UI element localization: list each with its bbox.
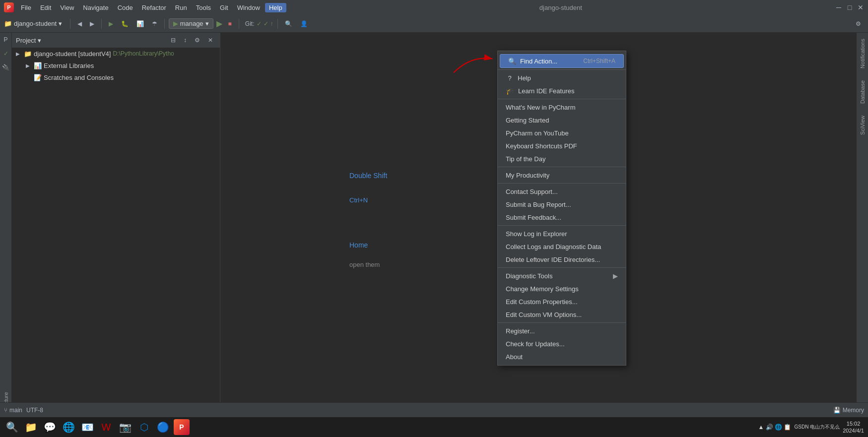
title-bar: P File Edit View Navigate Code Refactor … [0, 0, 868, 15]
menu-keyboard-shortcuts[interactable]: Keyboard Shortcuts PDF [498, 139, 626, 152]
tree-item-scratches[interactable]: ▶ 📝 Scratches and Consoles [12, 71, 220, 83]
toolbar-forward-btn[interactable]: ▶ [87, 19, 97, 28]
sciview-label[interactable]: SciView [859, 112, 867, 139]
contact-support-label: Contact Support... [506, 188, 558, 195]
status-git[interactable]: ⑂ main [4, 407, 22, 414]
menu-code[interactable]: Code [114, 3, 137, 12]
project-panel-label: Project [16, 37, 36, 44]
keyboard-shortcuts-label: Keyboard Shortcuts PDF [506, 142, 577, 150]
menu-tip-of-day[interactable]: Tip of the Day [498, 152, 626, 165]
project-tool-button[interactable]: P [1, 35, 11, 45]
menu-find-action[interactable]: 🔍 Find Action... Ctrl+Shift+A [500, 54, 624, 68]
window-controls: ─ □ ✕ [835, 4, 864, 11]
menu-learn-ide[interactable]: Learn IDE Features [498, 84, 626, 97]
toolbar-debug-btn[interactable]: 🐛 [118, 19, 132, 28]
notifications-label[interactable]: Notifications [859, 35, 867, 72]
menu-pycharm-youtube[interactable]: PyCharm on YouTube [498, 126, 626, 139]
folder-icon: 📁 [24, 50, 32, 58]
status-right: 💾 Memory [833, 407, 864, 414]
getting-started-label: Getting Started [506, 117, 549, 124]
menu-change-memory[interactable]: Change Memory Settings [498, 282, 626, 295]
taskbar-app2[interactable]: 🔵 [155, 419, 171, 435]
menu-git[interactable]: Git [216, 3, 232, 12]
user-icon[interactable]: 👤 [297, 19, 311, 28]
status-memory[interactable]: 💾 Memory [833, 407, 864, 414]
search-everywhere-btn[interactable]: 🔍 [282, 19, 295, 28]
diagnostic-tools-arrow: ▶ [613, 272, 618, 280]
status-encoding[interactable]: UTF-8 [26, 407, 43, 414]
menu-collect-logs[interactable]: Collect Logs and Diagnostic Data [498, 240, 626, 253]
toolbar-build-btn[interactable]: ▶ [106, 19, 116, 28]
menu-help[interactable]: Help [265, 3, 286, 12]
panel-collapse-btn[interactable]: ⊟ [168, 36, 179, 45]
settings-btn[interactable]: ⚙ [853, 19, 864, 28]
collect-logs-label: Collect Logs and Diagnostic Data [506, 243, 601, 250]
git-check-icon[interactable]: ✓ [257, 20, 262, 27]
menu-tools[interactable]: Tools [192, 3, 215, 12]
menu-whats-new[interactable]: What's New in PyCharm [498, 101, 626, 114]
stop-button[interactable]: ■ [225, 19, 235, 28]
main-layout: P ✓ 🔌 Structure rks Project ▾ ⊟ ↕ ⚙ ✕ ▶ … [0, 33, 868, 422]
menu-refactor[interactable]: Refactor [138, 3, 170, 12]
menu-run[interactable]: Run [171, 3, 191, 12]
ext-libs-icon: 📊 [34, 62, 42, 69]
menu-getting-started[interactable]: Getting Started [498, 114, 626, 126]
taskbar-pycharm[interactable]: P [174, 419, 190, 435]
panel-close-btn[interactable]: ✕ [205, 36, 216, 45]
menu-contact-support[interactable]: Contact Support... [498, 185, 626, 198]
taskbar-outlook[interactable]: 📧 [79, 419, 95, 435]
show-log-label: Show Log in Explorer [506, 230, 567, 238]
root-path: D:\PythonLibrary\Pytho [113, 50, 174, 57]
menu-diagnostic-tools[interactable]: Diagnostic Tools ▶ [498, 269, 626, 282]
commit-tool-button[interactable]: ✓ [1, 49, 11, 59]
run-configuration-dropdown[interactable]: ▶ manage ▾ [169, 18, 213, 29]
run-button[interactable]: ▶ [215, 19, 223, 28]
menu-window[interactable]: Window [233, 3, 264, 12]
ext-libs-label: External Libraries [44, 62, 94, 69]
tree-item-external-libs[interactable]: ▶ 📊 External Libraries [12, 60, 220, 71]
close-button[interactable]: ✕ [857, 4, 864, 11]
taskbar-wps[interactable]: W [98, 419, 114, 435]
menu-register[interactable]: Register... [498, 324, 626, 337]
taskbar-chrome[interactable]: 🌐 [61, 419, 76, 435]
taskbar-wechat[interactable]: 💬 [42, 419, 58, 435]
toolbar-profile-btn[interactable]: 📊 [134, 19, 147, 28]
panel-sort-btn[interactable]: ↕ [181, 36, 190, 45]
minimize-button[interactable]: ─ [835, 4, 842, 11]
database-label[interactable]: Database [859, 76, 867, 108]
menu-delete-leftover[interactable]: Delete Leftover IDE Directories... [498, 253, 626, 266]
maximize-button[interactable]: □ [846, 4, 853, 11]
git-arrow-icon[interactable]: ↑ [270, 20, 273, 27]
tip-of-day-label: Tip of the Day [506, 155, 545, 163]
menu-edit[interactable]: Edit [36, 3, 55, 12]
toolbar-separator-5 [277, 19, 278, 29]
menu-my-productivity[interactable]: My Productivity [498, 169, 626, 182]
menu-submit-bug[interactable]: Submit a Bug Report... [498, 198, 626, 211]
menu-submit-feedback[interactable]: Submit Feedback... [498, 211, 626, 224]
taskbar-app1[interactable]: 📷 [117, 419, 133, 435]
project-panel: Project ▾ ⊟ ↕ ⚙ ✕ ▶ 📁 django-student [st… [12, 33, 220, 422]
submit-feedback-label: Submit Feedback... [506, 214, 561, 221]
taskbar-vscode[interactable]: ⬡ [136, 419, 152, 435]
menu-help-item[interactable]: ? Help [498, 71, 626, 84]
menu-view[interactable]: View [56, 3, 78, 12]
plugins-tool-button[interactable]: 🔌 [1, 62, 11, 72]
menu-check-updates[interactable]: Check for Updates... [498, 337, 626, 350]
panel-gear-btn[interactable]: ⚙ [192, 36, 203, 45]
tree-item-root[interactable]: ▶ 📁 django-student [studentV4] D:\Python… [12, 48, 220, 60]
system-label: GSDN 电山力不见么 [795, 424, 840, 431]
menu-show-log[interactable]: Show Log in Explorer [498, 227, 626, 240]
project-panel-title[interactable]: Project ▾ [16, 37, 41, 44]
taskbar-explorer[interactable]: 📁 [23, 419, 39, 435]
menu-about[interactable]: About [498, 350, 626, 363]
taskbar-search[interactable]: 🔍 [4, 419, 20, 435]
toolbar-back-btn[interactable]: ◀ [74, 19, 85, 28]
toolbar-coverage-btn[interactable]: ☂ [149, 19, 160, 28]
menu-edit-custom-props[interactable]: Edit Custom Properties... [498, 295, 626, 308]
menu-file[interactable]: File [17, 3, 35, 12]
menu-navigate[interactable]: Navigate [79, 3, 112, 12]
menu-edit-custom-vm[interactable]: Edit Custom VM Options... [498, 308, 626, 321]
edit-custom-vm-label: Edit Custom VM Options... [506, 311, 582, 318]
taskbar-system-tray: ▲ 🔊 🌐 📋 GSDN 电山力不见么 15:02 2024/4/1 [758, 420, 864, 435]
git-push-icon[interactable]: ✓ [264, 20, 268, 27]
